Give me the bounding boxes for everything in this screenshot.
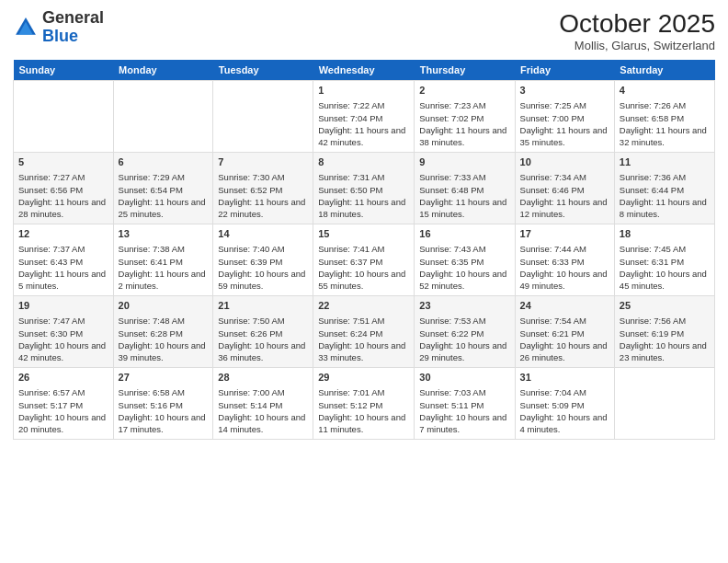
page: General Blue October 2025 Mollis, Glarus… <box>0 0 728 563</box>
day-cell: 9Sunrise: 7:33 AMSunset: 6:48 PMDaylight… <box>415 153 515 224</box>
day-number: 1 <box>318 84 409 98</box>
day-number: 3 <box>520 84 609 98</box>
day-cell: 11Sunrise: 7:36 AMSunset: 6:44 PMDayligh… <box>614 153 714 224</box>
day-info: Sunrise: 7:38 AM <box>119 243 209 255</box>
day-info: Sunset: 6:33 PM <box>520 256 609 268</box>
day-cell: 26Sunrise: 6:57 AMSunset: 5:17 PMDayligh… <box>14 368 114 440</box>
day-cell: 6Sunrise: 7:29 AMSunset: 6:54 PMDaylight… <box>113 153 213 224</box>
day-cell: 10Sunrise: 7:34 AMSunset: 6:46 PMDayligh… <box>515 153 614 224</box>
day-info: Sunrise: 7:36 AM <box>620 171 710 183</box>
day-cell: 19Sunrise: 7:47 AMSunset: 6:30 PMDayligh… <box>14 296 114 368</box>
day-cell: 5Sunrise: 7:27 AMSunset: 6:56 PMDaylight… <box>14 153 114 224</box>
day-cell: 23Sunrise: 7:53 AMSunset: 6:22 PMDayligh… <box>415 296 515 368</box>
day-info: Daylight: 10 hours and 42 minutes. <box>18 339 108 364</box>
day-info: Daylight: 11 hours and 28 minutes. <box>18 196 108 221</box>
day-number: 19 <box>18 299 108 313</box>
day-cell: 24Sunrise: 7:54 AMSunset: 6:21 PMDayligh… <box>515 296 614 368</box>
day-info: Sunrise: 7:23 AM <box>419 99 509 111</box>
day-info: Sunset: 6:48 PM <box>419 184 509 196</box>
day-number: 21 <box>218 299 308 313</box>
day-info: Daylight: 10 hours and 26 minutes. <box>520 339 609 364</box>
header-friday: Friday <box>515 60 614 81</box>
header-tuesday: Tuesday <box>213 60 313 81</box>
day-number: 18 <box>620 227 710 241</box>
logo-icon <box>13 15 39 40</box>
day-number: 12 <box>18 227 108 241</box>
day-info: Daylight: 11 hours and 35 minutes. <box>520 124 609 149</box>
day-info: Sunrise: 7:56 AM <box>620 315 710 327</box>
day-cell: 2Sunrise: 7:23 AMSunset: 7:02 PMDaylight… <box>415 81 515 153</box>
day-number: 17 <box>520 227 609 241</box>
calendar-table: Sunday Monday Tuesday Wednesday Thursday… <box>13 60 715 440</box>
day-cell: 12Sunrise: 7:37 AMSunset: 6:43 PMDayligh… <box>14 224 114 296</box>
day-info: Sunset: 7:00 PM <box>520 112 609 124</box>
day-info: Daylight: 11 hours and 12 minutes. <box>520 196 609 221</box>
day-info: Sunset: 6:21 PM <box>520 327 609 339</box>
day-info: Daylight: 10 hours and 23 minutes. <box>620 339 710 364</box>
day-info: Sunrise: 7:03 AM <box>419 386 509 398</box>
day-info: Sunrise: 7:44 AM <box>520 243 609 255</box>
day-info: Sunrise: 7:43 AM <box>419 243 509 255</box>
day-info: Sunset: 6:58 PM <box>620 112 710 124</box>
day-info: Sunrise: 6:57 AM <box>18 386 108 398</box>
day-cell: 31Sunrise: 7:04 AMSunset: 5:09 PMDayligh… <box>515 368 614 440</box>
day-info: Sunrise: 7:50 AM <box>218 315 308 327</box>
day-info: Daylight: 10 hours and 59 minutes. <box>218 268 308 293</box>
day-cell: 27Sunrise: 6:58 AMSunset: 5:16 PMDayligh… <box>113 368 213 440</box>
week-row-3: 19Sunrise: 7:47 AMSunset: 6:30 PMDayligh… <box>14 296 715 368</box>
day-cell: 7Sunrise: 7:30 AMSunset: 6:52 PMDaylight… <box>213 153 313 224</box>
day-info: Sunrise: 7:51 AM <box>318 315 409 327</box>
location: Mollis, Glarus, Switzerland <box>559 39 715 52</box>
day-number: 10 <box>520 155 609 169</box>
day-cell: 18Sunrise: 7:45 AMSunset: 6:31 PMDayligh… <box>614 224 714 296</box>
day-info: Sunset: 6:19 PM <box>620 327 710 339</box>
day-info: Daylight: 11 hours and 5 minutes. <box>18 268 108 293</box>
day-number: 24 <box>520 299 609 313</box>
day-info: Daylight: 10 hours and 4 minutes. <box>520 411 609 436</box>
day-number: 28 <box>218 371 308 385</box>
day-info: Daylight: 10 hours and 49 minutes. <box>520 268 609 293</box>
day-number: 27 <box>119 371 209 385</box>
day-info: Daylight: 10 hours and 33 minutes. <box>318 339 409 364</box>
day-info: Daylight: 10 hours and 14 minutes. <box>218 411 308 436</box>
day-cell: 8Sunrise: 7:31 AMSunset: 6:50 PMDaylight… <box>313 153 415 224</box>
day-info: Sunset: 6:22 PM <box>419 327 509 339</box>
day-info: Sunset: 6:56 PM <box>18 184 108 196</box>
month-title: October 2025 <box>559 9 715 39</box>
day-number: 2 <box>419 84 509 98</box>
header-saturday: Saturday <box>614 60 714 81</box>
day-number: 7 <box>218 155 308 169</box>
day-number: 26 <box>18 371 108 385</box>
header-wednesday: Wednesday <box>313 60 415 81</box>
logo-text: General Blue <box>42 9 104 46</box>
day-info: Daylight: 11 hours and 38 minutes. <box>419 124 509 149</box>
day-info: Daylight: 10 hours and 55 minutes. <box>318 268 409 293</box>
day-cell: 29Sunrise: 7:01 AMSunset: 5:12 PMDayligh… <box>313 368 415 440</box>
day-info: Daylight: 10 hours and 29 minutes. <box>419 339 509 364</box>
day-number: 30 <box>419 371 509 385</box>
day-info: Sunset: 6:26 PM <box>218 327 308 339</box>
day-info: Sunrise: 7:53 AM <box>419 315 509 327</box>
day-info: Sunset: 5:17 PM <box>18 399 108 411</box>
day-cell: 22Sunrise: 7:51 AMSunset: 6:24 PMDayligh… <box>313 296 415 368</box>
day-info: Daylight: 10 hours and 45 minutes. <box>620 268 710 293</box>
day-cell: 1Sunrise: 7:22 AMSunset: 7:04 PMDaylight… <box>313 81 415 153</box>
day-info: Sunrise: 7:48 AM <box>119 315 209 327</box>
day-number: 23 <box>419 299 509 313</box>
day-info: Daylight: 10 hours and 11 minutes. <box>318 411 409 436</box>
day-cell <box>614 368 714 440</box>
day-info: Daylight: 11 hours and 15 minutes. <box>419 196 509 221</box>
day-info: Sunrise: 7:34 AM <box>520 171 609 183</box>
day-info: Daylight: 10 hours and 36 minutes. <box>218 339 308 364</box>
day-info: Sunset: 6:31 PM <box>620 256 710 268</box>
day-info: Sunrise: 7:01 AM <box>318 386 409 398</box>
day-cell: 14Sunrise: 7:40 AMSunset: 6:39 PMDayligh… <box>213 224 313 296</box>
day-cell: 13Sunrise: 7:38 AMSunset: 6:41 PMDayligh… <box>113 224 213 296</box>
day-number: 4 <box>620 84 710 98</box>
day-cell: 4Sunrise: 7:26 AMSunset: 6:58 PMDaylight… <box>614 81 714 153</box>
day-info: Sunrise: 7:29 AM <box>119 171 209 183</box>
day-number: 31 <box>520 371 609 385</box>
day-cell: 3Sunrise: 7:25 AMSunset: 7:00 PMDaylight… <box>515 81 614 153</box>
header-thursday: Thursday <box>415 60 515 81</box>
day-info: Sunset: 6:35 PM <box>419 256 509 268</box>
